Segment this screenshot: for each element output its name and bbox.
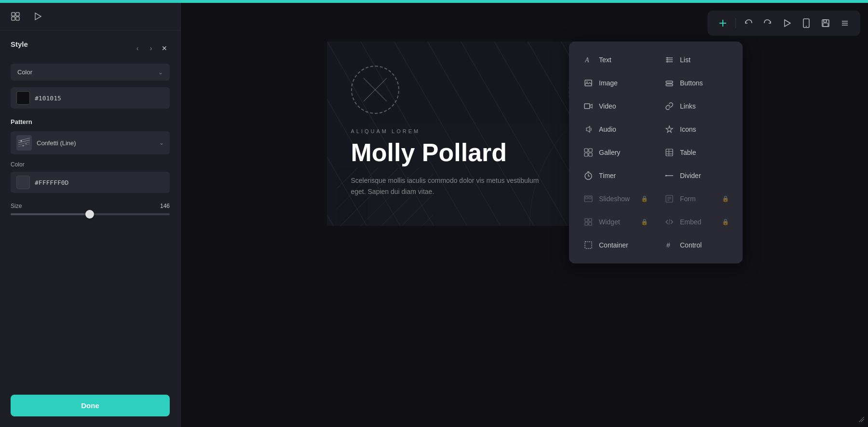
size-slider[interactable] <box>11 213 170 215</box>
svg-marker-4 <box>35 13 41 20</box>
links-icon <box>664 100 675 112</box>
preview-button[interactable] <box>778 14 796 32</box>
menu-item-audio[interactable]: Audio <box>577 119 654 140</box>
svg-rect-2 <box>12 17 15 20</box>
svg-rect-0 <box>12 13 15 16</box>
control-icon: # <box>664 239 675 251</box>
divider-icon <box>664 170 675 181</box>
menu-item-gallery[interactable]: Gallery <box>577 142 654 163</box>
color-type-dropdown[interactable]: Color ⌄ <box>11 64 170 81</box>
video-icon <box>583 100 594 112</box>
menu-item-control[interactable]: # Control <box>658 234 735 256</box>
slider-thumb[interactable] <box>85 210 94 219</box>
svg-rect-64 <box>589 219 592 221</box>
redo-button[interactable] <box>759 14 776 32</box>
form-lock-icon: 🔒 <box>722 195 729 202</box>
gallery-icon <box>583 147 594 158</box>
buttons-icon <box>664 77 675 89</box>
close-x-icon[interactable] <box>9 10 22 23</box>
color-swatch <box>16 91 30 105</box>
canvas-area: ALIQUAM LOREM Molly Pollard Scelerisque … <box>181 3 868 427</box>
form-icon <box>664 193 675 205</box>
undo-button[interactable] <box>740 14 757 32</box>
svg-rect-42 <box>589 149 592 152</box>
svg-rect-68 <box>585 242 592 248</box>
play-icon[interactable] <box>31 10 44 23</box>
left-sidebar: Style ‹ › ✕ Color ⌄ #101015 Pattern <box>0 3 181 427</box>
pattern-name-label: Confetti (Line) <box>37 139 76 147</box>
menu-item-form[interactable]: Form 🔒 <box>658 188 735 209</box>
add-element-button[interactable] <box>714 14 732 32</box>
audio-icon <box>583 124 594 135</box>
pattern-preview-icon <box>16 135 32 151</box>
menu-item-icons[interactable]: Icons <box>658 119 735 140</box>
menu-item-buttons[interactable]: Buttons <box>658 72 735 94</box>
pattern-section-label: Pattern <box>11 118 170 125</box>
style-panel-title: Style <box>11 40 28 48</box>
svg-point-10 <box>26 143 27 144</box>
avatar-x <box>358 73 392 107</box>
pattern-color-hex: #FFFFFF0D <box>35 179 68 186</box>
menu-item-table[interactable]: Table <box>658 142 735 163</box>
size-row: Size 146 <box>11 203 170 209</box>
menu-item-image[interactable]: Image <box>577 72 654 94</box>
pattern-color-swatch <box>16 176 30 189</box>
widget-icon <box>583 216 594 228</box>
pattern-type-dropdown[interactable]: Confetti (Line) ⌄ <box>11 131 170 154</box>
svg-rect-43 <box>584 153 588 156</box>
svg-point-34 <box>667 59 668 61</box>
pattern-color-picker[interactable]: #FFFFFF0D <box>11 172 170 193</box>
toolbar <box>707 11 860 36</box>
svg-text:A: A <box>584 56 589 64</box>
nav-prev-button[interactable]: ‹ <box>132 43 143 54</box>
timer-icon <box>583 170 594 181</box>
svg-point-16 <box>806 26 807 27</box>
color-hex-value: #101015 <box>35 95 61 102</box>
nav-next-button[interactable]: › <box>146 43 156 54</box>
menu-item-text[interactable]: A Text <box>577 49 654 70</box>
menu-item-links[interactable]: Links <box>658 96 735 117</box>
save-button[interactable] <box>817 14 834 32</box>
svg-rect-19 <box>823 23 828 27</box>
svg-rect-40 <box>584 104 590 109</box>
menu-item-list[interactable]: List <box>658 49 735 70</box>
pattern-dropdown-arrow-icon: ⌄ <box>159 139 164 146</box>
menu-item-video[interactable]: Video <box>577 96 654 117</box>
svg-rect-41 <box>584 149 588 152</box>
menu-item-embed[interactable]: Embed 🔒 <box>658 211 735 233</box>
menu-item-divider[interactable]: Divider <box>658 165 735 186</box>
svg-point-37 <box>586 82 588 83</box>
sidebar-top-icons <box>0 3 180 30</box>
menu-item-widget[interactable]: Widget 🔒 <box>577 211 654 233</box>
icons-icon <box>664 124 675 135</box>
pattern-color-label: Color <box>11 161 170 168</box>
dropdown-arrow-icon: ⌄ <box>158 69 163 76</box>
svg-rect-3 <box>16 17 19 20</box>
svg-line-67 <box>669 219 670 225</box>
table-icon <box>664 147 675 158</box>
menu-item-slideshow[interactable]: Slideshow 🔒 <box>577 188 654 209</box>
menu-item-timer[interactable]: Timer <box>577 165 654 186</box>
size-value: 146 <box>160 203 170 209</box>
more-menu-button[interactable] <box>836 14 854 32</box>
svg-point-9 <box>21 140 22 142</box>
panel-close-button[interactable]: ✕ <box>159 43 170 54</box>
svg-rect-36 <box>585 80 592 86</box>
mobile-preview-button[interactable] <box>798 14 815 32</box>
image-icon <box>583 77 594 89</box>
svg-rect-65 <box>585 222 588 225</box>
background-color-picker[interactable]: #101015 <box>11 87 170 109</box>
svg-rect-63 <box>585 219 588 221</box>
menu-item-container[interactable]: Container <box>577 234 654 256</box>
svg-rect-39 <box>666 84 673 86</box>
svg-rect-57 <box>585 197 588 199</box>
done-button[interactable]: Done <box>11 395 170 416</box>
add-element-dropdown: A Text <box>569 41 743 263</box>
resize-handle[interactable] <box>857 415 864 423</box>
embed-icon <box>664 216 675 228</box>
add-menu-grid: A Text <box>577 49 735 256</box>
svg-rect-1 <box>16 13 19 16</box>
svg-rect-66 <box>589 222 592 225</box>
svg-point-55 <box>665 175 667 177</box>
style-panel: Style ‹ › ✕ Color ⌄ #101015 Pattern <box>0 30 180 387</box>
